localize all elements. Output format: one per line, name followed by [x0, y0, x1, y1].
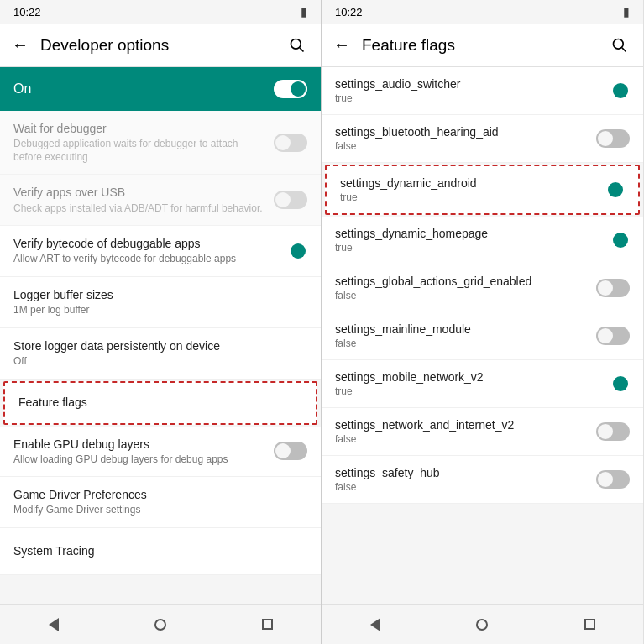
- flag-settings-audio-switcher[interactable]: settings_audio_switcher true: [322, 67, 643, 115]
- right-nav-back-icon: [370, 618, 380, 631]
- flag-value-settings-dynamic-android: true: [340, 191, 477, 203]
- setting-title-logger-buffer: Logger buffer sizes: [13, 287, 301, 302]
- left-search-button[interactable]: [280, 29, 314, 62]
- right-nav-home-icon: [476, 619, 488, 631]
- on-toggle[interactable]: [274, 80, 307, 98]
- setting-feature-flags[interactable]: Feature flags: [3, 381, 317, 425]
- right-status-time: 10:22: [335, 6, 363, 18]
- left-battery-icon: ▮: [301, 5, 307, 18]
- flag-value-settings-dynamic-homepage: true: [335, 242, 488, 254]
- left-search-icon: [289, 37, 306, 54]
- setting-wait-for-debugger: Wait for debugger Debugged application w…: [0, 111, 321, 175]
- toggle-settings-safety-hub[interactable]: [596, 470, 630, 489]
- flag-settings-bluetooth-hearing-aid[interactable]: settings_bluetooth_hearing_aid false: [322, 115, 643, 163]
- flag-value-settings-network-and-internet-v2: false: [335, 433, 514, 445]
- setting-title-verify-bytecode: Verify bytecode of debuggable apps: [13, 236, 267, 251]
- right-content: settings_audio_switcher true settings_bl…: [322, 67, 643, 604]
- left-panel: 10:22 ▮ ← Developer options On Wait for …: [0, 0, 322, 644]
- toggle-settings-mainline-module[interactable]: [596, 327, 630, 345]
- left-back-button[interactable]: ←: [3, 29, 37, 62]
- setting-verify-apps-usb: Verify apps over USB Check apps installe…: [0, 175, 321, 226]
- flag-settings-dynamic-homepage[interactable]: settings_dynamic_homepage true: [322, 217, 643, 264]
- setting-verify-bytecode: Verify bytecode of debuggable apps Allow…: [0, 226, 321, 277]
- flag-value-settings-safety-hub: false: [335, 481, 440, 493]
- svg-line-3: [622, 47, 626, 51]
- left-nav-back-icon: [49, 618, 59, 631]
- setting-subtitle-verify-apps-usb: Check apps installed via ADB/ADT for har…: [13, 202, 267, 216]
- setting-subtitle-wait-for-debugger: Debugged application waits for debugger …: [13, 138, 267, 164]
- flag-settings-mobile-network-v2[interactable]: settings_mobile_network_v2 true: [322, 360, 643, 408]
- setting-subtitle-logger-buffer: 1M per log buffer: [13, 304, 301, 317]
- right-search-icon: [611, 37, 628, 54]
- setting-gpu-debug: Enable GPU debug layers Allow loading GP…: [0, 427, 321, 478]
- flag-settings-dynamic-android[interactable]: settings_dynamic_android true: [325, 165, 640, 215]
- toggle-settings-mobile-network-v2[interactable]: [596, 374, 630, 393]
- setting-title-store-logger: Store logger data persistently on device: [13, 338, 301, 353]
- flag-name-settings-bluetooth-hearing-aid: settings_bluetooth_hearing_aid: [335, 125, 499, 139]
- setting-title-gpu-debug: Enable GPU debug layers: [13, 437, 267, 452]
- setting-title-verify-apps-usb: Verify apps over USB: [13, 185, 267, 200]
- on-row[interactable]: On: [0, 67, 321, 111]
- flag-value-settings-audio-switcher: true: [335, 92, 460, 104]
- left-status-time: 10:22: [13, 6, 41, 18]
- setting-title-game-driver: Game Driver Preferences: [13, 487, 301, 502]
- flag-value-settings-global-actions-grid-enabled: false: [335, 290, 531, 301]
- svg-point-2: [614, 39, 624, 49]
- toggle-verify-apps-usb[interactable]: [274, 191, 307, 209]
- setting-title-wait-for-debugger: Wait for debugger: [13, 121, 267, 136]
- toggle-settings-dynamic-android[interactable]: [591, 181, 625, 199]
- right-nav-recents-icon: [584, 619, 595, 630]
- flag-settings-network-and-internet-v2[interactable]: settings_network_and_internet_v2 false: [322, 408, 643, 456]
- toggle-wait-for-debugger[interactable]: [274, 134, 307, 152]
- setting-system-tracing[interactable]: System Tracing: [0, 528, 321, 575]
- right-search-button[interactable]: [603, 29, 636, 62]
- flag-settings-safety-hub[interactable]: settings_safety_hub false: [322, 456, 643, 504]
- setting-logger-buffer[interactable]: Logger buffer sizes 1M per log buffer: [0, 277, 321, 328]
- toggle-settings-network-and-internet-v2[interactable]: [596, 422, 630, 441]
- right-battery-icon: ▮: [623, 5, 630, 18]
- right-nav-recents[interactable]: [573, 608, 606, 641]
- setting-title-feature-flags: Feature flags: [18, 395, 296, 410]
- flag-name-settings-mainline-module: settings_mainline_module: [335, 322, 471, 336]
- toggle-settings-bluetooth-hearing-aid[interactable]: [596, 129, 630, 148]
- on-toggle-knob: [291, 81, 306, 97]
- left-nav-recents-icon: [262, 619, 273, 630]
- left-status-bar: 10:22 ▮: [0, 0, 321, 24]
- flag-name-settings-safety-hub: settings_safety_hub: [335, 466, 440, 479]
- left-nav-recents[interactable]: [250, 608, 284, 641]
- left-nav-back[interactable]: [37, 608, 71, 641]
- right-nav-back[interactable]: [359, 608, 392, 641]
- toggle-settings-dynamic-homepage[interactable]: [596, 231, 630, 249]
- flag-value-settings-mobile-network-v2: true: [335, 385, 484, 397]
- right-nav-bar: [322, 604, 643, 644]
- setting-subtitle-gpu-debug: Allow loading GPU debug layers for debug…: [13, 453, 267, 467]
- flag-name-settings-dynamic-homepage: settings_dynamic_homepage: [335, 227, 488, 240]
- flag-name-settings-dynamic-android: settings_dynamic_android: [340, 176, 477, 190]
- svg-point-0: [291, 39, 301, 49]
- flag-settings-mainline-module[interactable]: settings_mainline_module false: [322, 312, 643, 360]
- right-nav-home[interactable]: [465, 608, 499, 641]
- left-nav-home[interactable]: [144, 608, 177, 641]
- flag-name-settings-audio-switcher: settings_audio_switcher: [335, 77, 460, 91]
- flag-settings-global-actions-grid-enabled[interactable]: settings_global_actions_grid_enabled fal…: [322, 264, 643, 312]
- setting-game-driver[interactable]: Game Driver Preferences Modify Game Driv…: [0, 477, 321, 528]
- toggle-verify-bytecode[interactable]: [274, 242, 307, 260]
- flag-value-settings-mainline-module: false: [335, 338, 471, 349]
- left-nav-home-icon: [154, 619, 166, 631]
- setting-subtitle-store-logger: Off: [13, 355, 301, 369]
- setting-subtitle-verify-bytecode: Allow ART to verify bytecode for debugga…: [13, 253, 267, 266]
- flag-name-settings-mobile-network-v2: settings_mobile_network_v2: [335, 370, 484, 384]
- right-toolbar: ← Feature flags: [322, 24, 643, 67]
- setting-store-logger[interactable]: Store logger data persistently on device…: [0, 328, 321, 380]
- toggle-settings-global-actions-grid-enabled[interactable]: [596, 279, 630, 297]
- flag-name-settings-network-and-internet-v2: settings_network_and_internet_v2: [335, 418, 514, 432]
- toggle-gpu-debug[interactable]: [274, 442, 307, 460]
- left-content: On Wait for debugger Debugged applicatio…: [0, 67, 321, 604]
- right-panel: 10:22 ▮ ← Feature flags settings_audio_s…: [322, 0, 643, 644]
- toggle-settings-audio-switcher[interactable]: [596, 81, 630, 100]
- left-nav-bar: [0, 604, 321, 644]
- right-back-button[interactable]: ←: [325, 29, 359, 62]
- on-label: On: [13, 81, 31, 97]
- flag-value-settings-bluetooth-hearing-aid: false: [335, 140, 499, 152]
- left-toolbar: ← Developer options: [0, 24, 321, 67]
